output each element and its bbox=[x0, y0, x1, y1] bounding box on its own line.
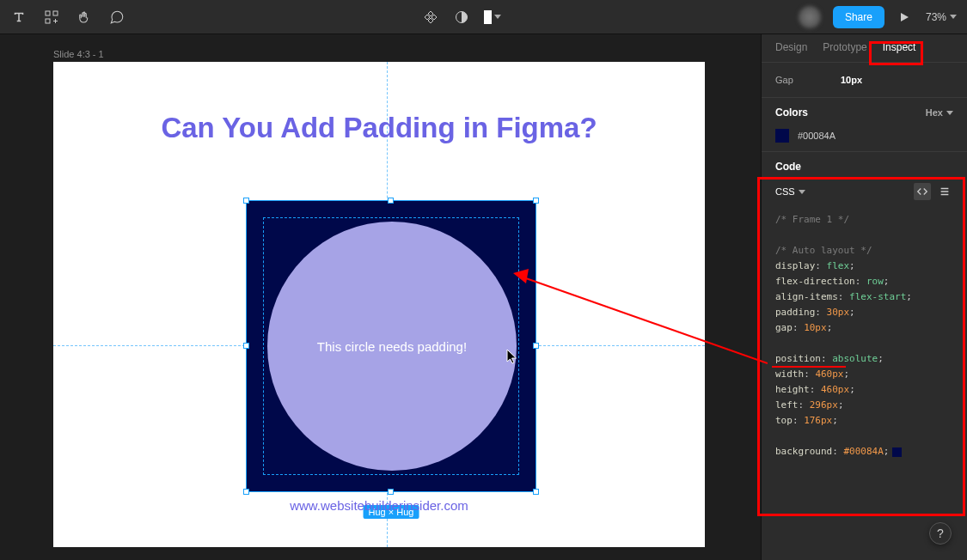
help-button[interactable]: ? bbox=[929, 522, 952, 545]
handle-mid-right[interactable] bbox=[533, 343, 539, 349]
section-colors: Colors Hex #00084A bbox=[762, 98, 967, 152]
handle-mid-left[interactable] bbox=[243, 343, 249, 349]
avatar[interactable] bbox=[799, 6, 821, 28]
svg-rect-2 bbox=[46, 19, 50, 23]
color-fill-icon[interactable] bbox=[484, 9, 501, 26]
share-button[interactable]: Share bbox=[833, 6, 884, 28]
tab-design[interactable]: Design bbox=[775, 41, 807, 53]
canvas-area[interactable]: Slide 4:3 - 1 Can You Add Padding in Fig… bbox=[0, 34, 761, 560]
handle-top-right[interactable] bbox=[533, 198, 539, 204]
code-view-icon[interactable] bbox=[914, 183, 931, 200]
panel-tabs: Design Prototype Inspect bbox=[762, 34, 967, 63]
zoom-dropdown[interactable]: 73% bbox=[926, 11, 957, 23]
present-icon[interactable] bbox=[897, 9, 914, 26]
section-layout: Gap 10px bbox=[762, 63, 967, 98]
circle-text[interactable]: This circle needs padding! bbox=[317, 339, 467, 354]
section-code: Code CSS /* Frame 1 */ /* Auto layout */… bbox=[762, 152, 967, 468]
handle-top-left[interactable] bbox=[243, 198, 249, 204]
comment-icon[interactable] bbox=[108, 9, 125, 26]
svg-rect-1 bbox=[53, 11, 58, 15]
top-toolbar: Share 73% bbox=[0, 0, 967, 34]
toolbar-center bbox=[125, 9, 799, 26]
handle-bot-left[interactable] bbox=[243, 489, 249, 495]
components-icon[interactable] bbox=[43, 9, 60, 26]
table-view-icon[interactable] bbox=[936, 183, 953, 200]
code-header: Code bbox=[775, 161, 801, 173]
tab-inspect[interactable]: Inspect bbox=[883, 41, 916, 53]
hand-tool-icon[interactable] bbox=[76, 9, 93, 26]
svg-rect-0 bbox=[46, 11, 50, 15]
mask-icon[interactable] bbox=[453, 9, 470, 26]
slide-frame[interactable]: Can You Add Padding in Figma? This circl… bbox=[53, 62, 705, 547]
toolbar-right: Share 73% bbox=[799, 6, 957, 28]
selected-frame[interactable]: This circle needs padding! Hug × Hug bbox=[246, 200, 536, 492]
tab-prototype[interactable]: Prototype bbox=[823, 41, 866, 53]
handle-top-mid[interactable] bbox=[388, 198, 394, 204]
text-tool-icon[interactable] bbox=[10, 9, 28, 26]
chevron-down-icon bbox=[950, 15, 957, 19]
handle-bot-mid[interactable] bbox=[388, 489, 394, 495]
colors-header: Colors bbox=[775, 107, 808, 119]
gap-value: 10px bbox=[841, 75, 862, 85]
chevron-down-icon bbox=[946, 111, 953, 115]
zoom-value: 73% bbox=[926, 11, 946, 23]
color-swatch bbox=[775, 129, 789, 143]
slide-heading[interactable]: Can You Add Padding in Figma? bbox=[53, 112, 705, 144]
toolbar-left bbox=[10, 9, 125, 26]
chevron-down-icon bbox=[799, 190, 805, 194]
circle-shape[interactable]: This circle needs padding! bbox=[267, 222, 517, 471]
right-panel: Design Prototype Inspect Gap 10px Colors… bbox=[761, 34, 967, 560]
website-url: www.websitebuilderinsider.com bbox=[53, 498, 705, 513]
handle-bot-right[interactable] bbox=[533, 489, 539, 495]
color-hex: #00084A bbox=[798, 131, 835, 141]
code-lang-dropdown[interactable]: CSS bbox=[775, 186, 805, 197]
gap-label: Gap bbox=[775, 75, 841, 85]
color-format-dropdown[interactable]: Hex bbox=[926, 107, 953, 118]
diamond-icon[interactable] bbox=[422, 9, 439, 26]
color-row[interactable]: #00084A bbox=[775, 125, 953, 143]
code-block[interactable]: /* Frame 1 */ /* Auto layout */ display:… bbox=[775, 212, 953, 460]
frame-label[interactable]: Slide 4:3 - 1 bbox=[53, 49, 104, 59]
